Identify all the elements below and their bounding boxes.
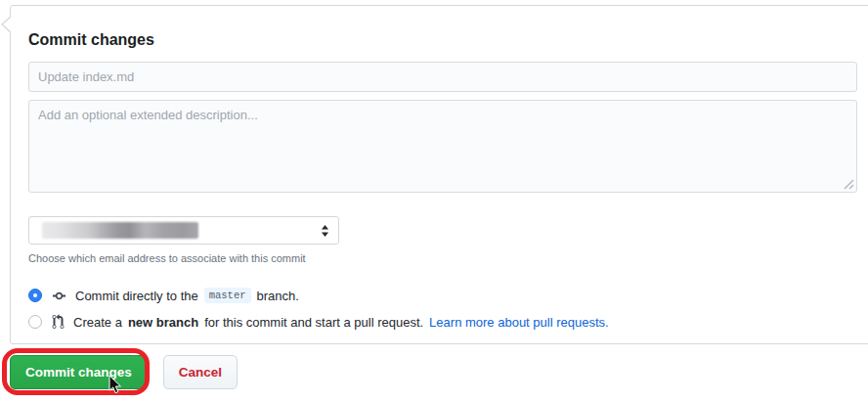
commit-form: Commit changes Choose which email addres… bbox=[10, 5, 868, 344]
commit-description-wrap bbox=[28, 100, 857, 193]
option-text-bold: new branch bbox=[128, 315, 198, 330]
action-buttons: Commit changes Cancel bbox=[10, 355, 238, 389]
option-text: for this commit and start a pull request… bbox=[204, 315, 423, 330]
page-title: Commit changes bbox=[28, 31, 857, 49]
updown-arrows-icon bbox=[321, 225, 329, 237]
commit-description-textarea[interactable] bbox=[28, 100, 857, 193]
option-create-branch: Create a new branch for this commit and … bbox=[28, 314, 857, 330]
cancel-button[interactable]: Cancel bbox=[163, 355, 238, 389]
option-text: Commit directly to the bbox=[75, 289, 198, 303]
learn-more-link[interactable]: Learn more about pull requests. bbox=[429, 315, 609, 330]
resize-handle-icon[interactable] bbox=[844, 179, 854, 190]
commit-options: Commit directly to the master branch. Cr… bbox=[28, 288, 857, 330]
git-pull-request-icon bbox=[52, 314, 65, 330]
git-commit-icon bbox=[52, 289, 66, 303]
option-text: Create a bbox=[73, 315, 122, 330]
email-helper-text: Choose which email address to associate … bbox=[28, 252, 857, 264]
commit-button[interactable]: Commit changes bbox=[10, 355, 148, 389]
radio-commit-direct[interactable] bbox=[28, 289, 42, 302]
option-text: branch. bbox=[257, 289, 299, 303]
commit-summary-input[interactable] bbox=[28, 62, 857, 92]
branch-badge: master bbox=[204, 288, 251, 303]
option-commit-direct: Commit directly to the master branch. bbox=[28, 288, 857, 303]
redacted-email-value bbox=[42, 222, 198, 239]
radio-create-branch[interactable] bbox=[28, 315, 42, 329]
email-select[interactable] bbox=[28, 216, 339, 245]
